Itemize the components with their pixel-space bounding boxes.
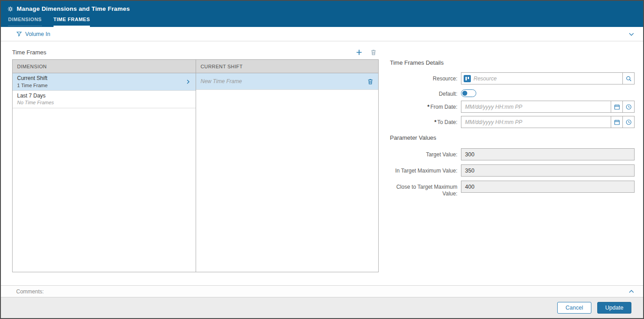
default-label: Default: xyxy=(390,88,457,97)
close-to-target-max-row: Close to Target Maximum Value: xyxy=(390,181,635,197)
required-marker: * xyxy=(434,119,437,125)
to-date-row: *To Date: xyxy=(390,116,635,128)
dimension-column-header: DIMENSION xyxy=(13,60,196,73)
details-title: Time Frames Details xyxy=(390,59,635,66)
from-date-row: *From Date: xyxy=(390,101,635,113)
to-date-control xyxy=(461,116,635,128)
delete-time-frame-button[interactable] xyxy=(370,49,377,56)
resource-input-wrapper xyxy=(461,72,623,84)
row-trash-icon-button[interactable] xyxy=(367,78,374,85)
filter-bar[interactable]: Volume In xyxy=(1,27,643,41)
current-shift-column-header: CURRENT SHIFT xyxy=(196,60,378,73)
chevron-right-icon xyxy=(185,79,191,85)
dimension-subtitle: 1 Time Frame xyxy=(17,82,48,89)
time-frames-title: Time Frames xyxy=(12,49,46,56)
from-date-clock-button[interactable] xyxy=(622,101,635,113)
time-frames-details-pane: Time Frames Details Resource: xyxy=(379,41,643,285)
required-marker: * xyxy=(427,104,429,110)
close-to-target-max-control xyxy=(461,181,635,193)
add-time-frame-button[interactable] xyxy=(355,49,363,56)
resource-input[interactable] xyxy=(474,75,620,82)
resource-label: Resource: xyxy=(390,72,457,82)
from-date-calendar-button[interactable] xyxy=(611,101,623,113)
close-to-target-max-input[interactable] xyxy=(461,181,635,193)
in-target-max-label: In Target Maximum Value: xyxy=(390,164,457,174)
gear-icon xyxy=(7,6,13,12)
in-target-max-control xyxy=(461,164,635,177)
time-frame-label: New Time Frame xyxy=(201,78,242,84)
comments-bar[interactable]: Comments: xyxy=(1,285,643,297)
comments-label: Comments: xyxy=(16,288,44,295)
from-date-control xyxy=(461,101,635,113)
time-frames-table: DIMENSION Current Shift 1 Time Frame xyxy=(12,59,379,272)
resource-row: Resource: xyxy=(390,72,635,84)
from-date-label: *From Date: xyxy=(390,101,457,111)
dimension-subtitle: No Time Frames xyxy=(17,99,54,106)
page-title: Manage Dimensions and Time Frames xyxy=(17,5,130,12)
to-date-label: *To Date: xyxy=(390,116,457,126)
to-date-input[interactable] xyxy=(461,116,611,128)
time-frame-row-new[interactable]: New Time Frame xyxy=(196,73,378,90)
default-toggle[interactable] xyxy=(461,89,476,97)
dimension-column: DIMENSION Current Shift 1 Time Frame xyxy=(13,60,196,272)
title-row: Manage Dimensions and Time Frames xyxy=(7,5,637,12)
from-date-input[interactable] xyxy=(461,101,611,113)
funnel-icon xyxy=(16,31,22,37)
default-control xyxy=(461,88,635,97)
filter-label: Volume In xyxy=(25,31,50,37)
to-date-clock-button[interactable] xyxy=(622,116,635,128)
in-target-max-input[interactable] xyxy=(461,164,635,177)
resource-control xyxy=(461,72,635,84)
toggle-knob xyxy=(462,91,467,96)
target-value-input[interactable] xyxy=(461,148,635,160)
parameter-values-title: Parameter Values xyxy=(390,134,635,141)
in-target-max-row: In Target Maximum Value: xyxy=(390,164,635,177)
tab-dimensions[interactable]: DIMENSIONS xyxy=(8,15,42,26)
resource-icon xyxy=(464,75,471,82)
tab-time-frames[interactable]: TIME FRAMES xyxy=(54,15,90,27)
main-content: Time Frames DIMENSION xyxy=(1,41,643,285)
dimension-row-last-7-days[interactable]: Last 7 Days No Time Frames xyxy=(13,91,196,108)
close-to-target-max-label: Close to Target Maximum Value: xyxy=(390,181,457,197)
dimension-row-current-shift[interactable]: Current Shift 1 Time Frame xyxy=(13,73,196,91)
resource-search-button[interactable] xyxy=(622,72,635,84)
dimension-row-text: Current Shift 1 Time Frame xyxy=(17,75,48,89)
target-value-label: Target Value: xyxy=(390,148,457,158)
from-date-label-text: From Date: xyxy=(430,104,457,110)
target-value-row: Target Value: xyxy=(390,148,635,160)
target-value-control xyxy=(461,148,635,160)
cancel-button[interactable]: Cancel xyxy=(557,302,591,314)
default-row: Default: xyxy=(390,88,635,97)
dimension-row-text: Last 7 Days No Time Frames xyxy=(17,93,54,106)
current-shift-column: CURRENT SHIFT New Time Frame xyxy=(196,60,378,272)
footer-bar: Cancel Update xyxy=(1,297,643,318)
time-frames-pane-header: Time Frames xyxy=(12,49,379,56)
to-date-label-text: To Date: xyxy=(437,119,457,125)
app-header: Manage Dimensions and Time Frames DIMENS… xyxy=(1,1,643,27)
dimension-name: Current Shift xyxy=(17,75,48,82)
chevron-down-icon[interactable] xyxy=(628,31,635,38)
to-date-calendar-button[interactable] xyxy=(611,116,623,128)
tab-bar: DIMENSIONS TIME FRAMES xyxy=(7,15,637,27)
chevron-up-icon[interactable] xyxy=(628,288,635,295)
update-button[interactable]: Update xyxy=(597,302,631,314)
dimension-name: Last 7 Days xyxy=(17,93,54,100)
time-frames-pane: Time Frames DIMENSION xyxy=(1,41,379,285)
manage-dimensions-window: Manage Dimensions and Time Frames DIMENS… xyxy=(0,0,644,319)
time-frames-actions xyxy=(355,49,379,56)
